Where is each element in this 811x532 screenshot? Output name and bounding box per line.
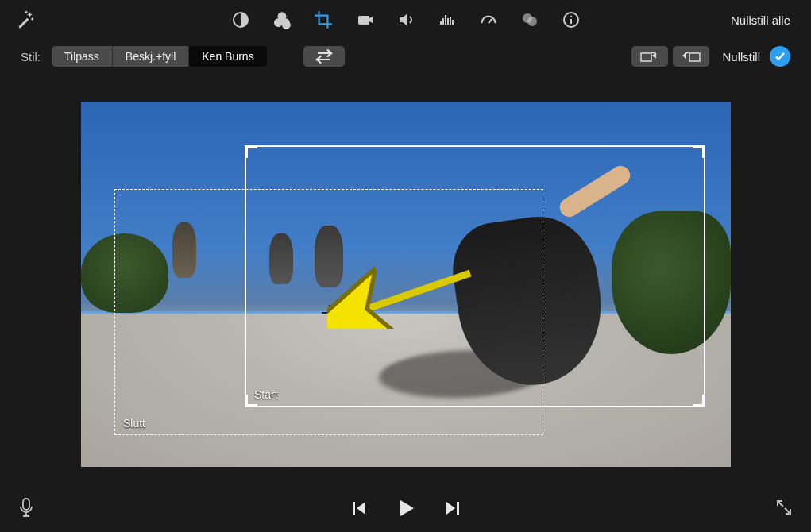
crop-icon[interactable]	[312, 9, 334, 31]
rotate-ccw-button[interactable]	[631, 46, 668, 67]
svg-rect-8	[689, 53, 700, 61]
play-button[interactable]	[395, 497, 417, 519]
svg-point-5	[570, 16, 572, 18]
style-ken-burns-button[interactable]: Ken Burns	[189, 46, 266, 67]
crop-options-bar: Stil: Tilpass Beskj.+fyll Ken Burns Null…	[0, 40, 811, 73]
kb-start-handle-tl[interactable]	[245, 145, 257, 158]
color-balance-icon[interactable]	[230, 9, 252, 31]
stabilization-icon[interactable]	[353, 9, 376, 31]
reset-crop-button[interactable]: Nullstill	[722, 50, 760, 64]
apply-crop-button[interactable]	[770, 46, 790, 67]
ken-burns-start-center-cross-icon	[469, 270, 485, 286]
noise-equalizer-icon[interactable]	[436, 9, 458, 31]
next-frame-button[interactable]	[444, 499, 461, 517]
svg-rect-11	[23, 499, 29, 510]
kb-start-handle-tr[interactable]	[693, 145, 705, 158]
volume-icon[interactable]	[395, 9, 417, 31]
adjustment-icons-group	[230, 9, 582, 31]
transport-bar	[0, 484, 811, 532]
ken-burns-start-label: Start	[254, 388, 278, 401]
playback-controls	[350, 497, 461, 519]
style-label: Stil:	[21, 50, 41, 64]
previous-frame-button[interactable]	[350, 499, 368, 517]
svg-point-3	[527, 17, 537, 26]
rotate-cw-button[interactable]	[673, 46, 709, 67]
kb-start-handle-br[interactable]	[693, 395, 705, 407]
clip-filter-icon[interactable]	[519, 9, 541, 31]
speed-icon[interactable]	[477, 9, 500, 31]
reset-all-button[interactable]: Nullstill alle	[724, 10, 797, 30]
svg-rect-6	[570, 19, 572, 24]
adjustments-toolbar: Nullstill alle	[0, 0, 811, 40]
svg-rect-13	[457, 502, 459, 515]
svg-rect-1	[358, 16, 369, 25]
color-correction-icon[interactable]	[271, 9, 293, 31]
preview-viewer[interactable]: Slutt Start	[81, 102, 731, 467]
style-crop-fill-button[interactable]: Beskj.+fyll	[113, 46, 189, 67]
style-fit-button[interactable]: Tilpass	[52, 46, 113, 67]
svg-rect-7	[641, 53, 651, 61]
svg-rect-12	[353, 502, 355, 515]
crop-style-segmented-control: Tilpass Beskj.+fyll Ken Burns	[52, 46, 267, 67]
fullscreen-icon[interactable]	[774, 498, 794, 519]
info-icon[interactable]	[560, 9, 582, 31]
ken-burns-end-label: Slutt	[123, 417, 145, 430]
voiceover-record-icon[interactable]	[17, 497, 35, 520]
magic-wand-icon[interactable]	[14, 9, 37, 31]
ken-burns-start-frame[interactable]: Start	[245, 145, 705, 407]
swap-start-end-button[interactable]	[303, 46, 345, 67]
